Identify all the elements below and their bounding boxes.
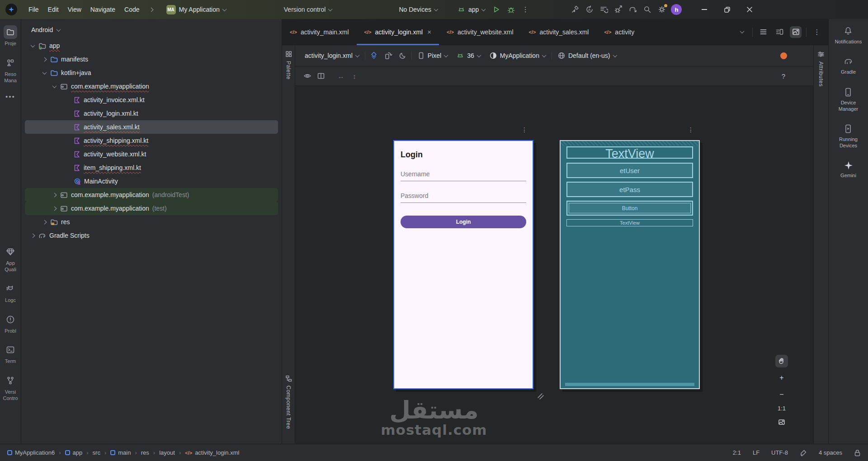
blueprint-textview-small[interactable]: TextView: [566, 219, 693, 226]
tool-gradle[interactable]: Gradle: [841, 56, 856, 75]
tree-row-app[interactable]: app: [25, 39, 278, 52]
debug-button[interactable]: [504, 3, 518, 16]
tree-row-activity-login[interactable]: activity_login.xml.kt: [25, 107, 278, 120]
preview-menu-kebab-icon[interactable]: ⋮: [521, 127, 528, 133]
login-button-preview[interactable]: Login: [401, 216, 526, 228]
blueprint-phone[interactable]: TextView etUser etPass Button TextView: [560, 140, 700, 389]
tab-close-icon[interactable]: ×: [427, 28, 431, 36]
constraint-vertical-icon[interactable]: ↕: [349, 70, 360, 82]
hidden-tabs-chevron-icon[interactable]: [736, 26, 748, 38]
tab-activity-truncated[interactable]: </> activity: [596, 19, 642, 45]
tool-problems[interactable]: Probl: [4, 313, 17, 334]
login-title-text[interactable]: Login: [401, 150, 526, 160]
tool-app-quality[interactable]: App Quali: [4, 245, 17, 273]
breadcrumb-file[interactable]: </>activity_login.xml: [185, 449, 239, 456]
tab-activity-website[interactable]: </> activity_website.xml: [439, 19, 521, 45]
canvas-resize-handle[interactable]: [538, 393, 544, 400]
line-separator-widget[interactable]: LF: [753, 449, 760, 456]
run-configuration-selector[interactable]: app: [454, 4, 489, 15]
breadcrumb-src[interactable]: src: [93, 449, 100, 456]
design-view-icon[interactable]: [790, 26, 802, 38]
tree-row-manifests[interactable]: manifests: [25, 52, 278, 66]
project-widget[interactable]: MA My Application: [163, 3, 230, 16]
render-error-badge[interactable]: [780, 52, 787, 59]
breadcrumb-project[interactable]: MyApplication6: [7, 449, 55, 456]
tool-notifications[interactable]: Notifications: [835, 26, 862, 45]
zoom-out-button[interactable]: −: [775, 388, 788, 401]
tree-row-item-shipping[interactable]: item_shipping.xml.kt: [25, 161, 278, 174]
editor-options-kebab-icon[interactable]: ⋮: [811, 26, 823, 38]
version-control-widget[interactable]: Version control: [280, 4, 336, 15]
user-avatar[interactable]: h: [670, 3, 683, 16]
tree-row-mainactivity[interactable]: MainActivity: [25, 174, 278, 188]
blueprint-etpass[interactable]: etPass: [566, 182, 693, 197]
device-selector[interactable]: No Devices: [395, 4, 441, 15]
login-preview-phone[interactable]: Login Username Password Login: [393, 140, 533, 389]
tree-row-res[interactable]: res: [25, 215, 278, 229]
tree-row-activity-shipping[interactable]: activity_shipping.xml.kt: [25, 134, 278, 147]
tool-project[interactable]: Proje: [4, 25, 17, 47]
more-actions-kebab-icon[interactable]: ⋮: [519, 3, 532, 16]
build-variants-list-icon[interactable]: [597, 3, 611, 16]
tool-terminal[interactable]: Term: [4, 343, 17, 365]
tree-row-package-test[interactable]: com.example.myapplication (test): [25, 202, 278, 215]
design-blueprint-mode-icon[interactable]: [368, 50, 380, 61]
zoom-to-fit-icon[interactable]: [775, 416, 788, 428]
tab-activity-sales[interactable]: </> activity_sales.xml: [521, 19, 597, 45]
blueprint-menu-kebab-icon[interactable]: ⋮: [688, 127, 694, 133]
menu-file[interactable]: File: [24, 4, 43, 15]
constraint-horizontal-icon[interactable]: ↔: [335, 70, 347, 82]
zoom-ratio-label[interactable]: 1:1: [778, 405, 786, 412]
username-field-preview[interactable]: Username: [401, 170, 526, 181]
project-view-selector[interactable]: Android: [21, 23, 282, 39]
breadcrumb-res[interactable]: res: [141, 449, 149, 456]
blueprint-textview-large[interactable]: TextView: [566, 146, 693, 159]
orientation-icon[interactable]: [382, 50, 394, 61]
tree-row-activity-website[interactable]: activity_website.xml.kt: [25, 147, 278, 161]
refresh-a-icon[interactable]: A: [583, 3, 596, 16]
caret-position-widget[interactable]: 2:1: [733, 449, 741, 456]
indent-widget[interactable]: 4 spaces: [819, 449, 842, 456]
password-field-preview[interactable]: Password: [401, 192, 526, 203]
tree-row-kotlin-java[interactable]: kotlin+java: [25, 66, 278, 80]
attach-debugger-icon[interactable]: [612, 3, 625, 16]
tool-logcat[interactable]: Logc: [4, 282, 17, 304]
tree-row-package[interactable]: com.example.myapplication: [25, 80, 278, 93]
api-level-selector[interactable]: 36: [453, 50, 484, 61]
tab-activity-login[interactable]: </> activity_login.xml ×: [357, 19, 439, 45]
window-restore-button[interactable]: [719, 3, 735, 16]
layout-variants-icon[interactable]: [315, 70, 327, 82]
breadcrumb-main[interactable]: main: [110, 449, 131, 456]
window-minimize-button[interactable]: [697, 3, 712, 16]
breadcrumb-app[interactable]: app: [65, 449, 83, 456]
tool-version-control[interactable]: Versi Contro: [3, 374, 18, 402]
menu-code[interactable]: Code: [120, 4, 143, 15]
run-button[interactable]: [490, 3, 503, 16]
locale-selector[interactable]: Default (en-us): [555, 50, 620, 61]
split-view-icon[interactable]: [774, 26, 785, 38]
blueprint-etuser[interactable]: etUser: [566, 163, 693, 178]
menu-view[interactable]: View: [64, 4, 85, 15]
night-mode-moon-icon[interactable]: [397, 50, 409, 61]
tool-gemini[interactable]: Gemini: [840, 161, 856, 179]
tree-row-package-androidtest[interactable]: com.example.myapplication (androidTest): [25, 188, 278, 202]
device-for-preview-selector[interactable]: Pixel: [415, 50, 451, 61]
readonly-lock-icon[interactable]: [854, 449, 861, 456]
menu-navigate[interactable]: Navigate: [86, 4, 119, 15]
component-tree-collapsed[interactable]: Component Tree: [282, 375, 295, 429]
pan-hand-icon[interactable]: [775, 355, 788, 367]
highlighting-brush-icon[interactable]: [800, 449, 807, 456]
tree-row-activity-sales-selected[interactable]: activity_sales.xml.kt: [25, 120, 278, 134]
help-question-icon[interactable]: ?: [782, 72, 785, 80]
tree-row-activity-invoice[interactable]: activity_invoice.xml.kt: [25, 93, 278, 107]
more-tool-windows-icon[interactable]: •••: [5, 93, 15, 100]
tool-running-devices[interactable]: Running Devices: [839, 124, 858, 149]
tool-resource-manager[interactable]: Reso Mana: [4, 56, 17, 84]
code-view-icon[interactable]: [757, 26, 769, 38]
breadcrumb-layout[interactable]: layout: [159, 449, 175, 456]
zoom-in-button[interactable]: +: [775, 372, 788, 384]
tool-device-manager[interactable]: Device Manager: [839, 87, 858, 113]
theme-selector[interactable]: MyApplication: [486, 50, 549, 61]
view-options-eye-icon[interactable]: [302, 70, 313, 82]
search-everywhere-icon[interactable]: [641, 3, 654, 16]
